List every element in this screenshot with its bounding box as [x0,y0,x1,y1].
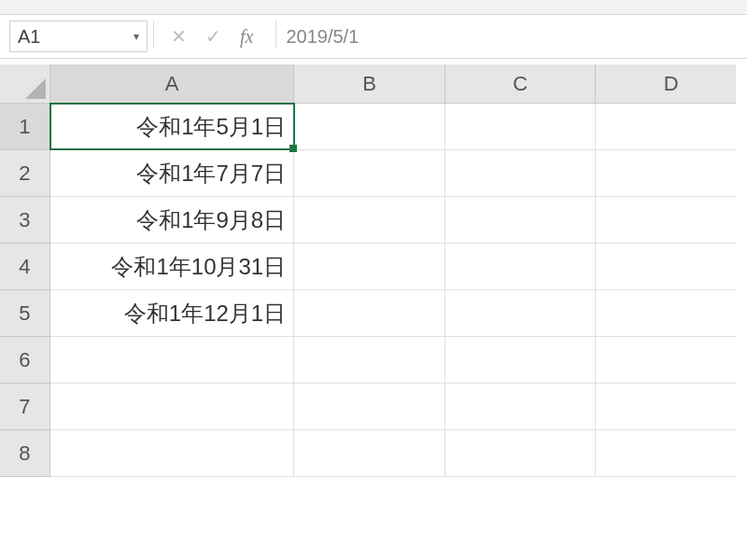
row-header-7[interactable]: 7 [0,384,50,430]
column-headers: ABCD [50,64,747,104]
cell-B1[interactable] [294,104,445,150]
cell-A2[interactable]: 令和1年7月7日 [50,150,294,197]
name-box[interactable]: A1 ▾ [9,21,148,52]
cell-D2[interactable] [596,150,747,197]
cancel-icon[interactable]: ✕ [171,25,187,48]
cell-A3[interactable]: 令和1年9月8日 [50,197,294,244]
row-header-3[interactable]: 3 [0,197,50,244]
row-header-8[interactable]: 8 [0,430,50,477]
row-header-2[interactable]: 2 [0,150,50,197]
column-header-C[interactable]: C [445,64,597,104]
column-header-A[interactable]: A [50,64,294,104]
cell-C5[interactable] [445,290,597,337]
cell-D6[interactable] [596,337,747,384]
row: 8 [0,430,747,477]
cell-C4[interactable] [445,244,597,290]
cell-D1[interactable] [596,104,747,150]
rows-container: 1令和1年5月1日2令和1年7月7日3令和1年9月8日4令和1年10月31日5令… [0,104,747,477]
cell-B5[interactable] [294,290,445,337]
cell-C8[interactable] [445,430,597,477]
cell-D3[interactable] [596,197,747,244]
row-header-4[interactable]: 4 [0,244,50,290]
column-header-D[interactable]: D [596,64,747,104]
cell-C3[interactable] [445,197,597,244]
row-header-6[interactable]: 6 [0,337,50,384]
cell-B8[interactable] [294,430,445,477]
row: 5令和1年12月1日 [0,290,747,337]
row: 2令和1年7月7日 [0,150,747,197]
cell-B3[interactable] [294,197,445,244]
chevron-down-icon[interactable]: ▾ [134,30,139,43]
cell-D4[interactable] [596,244,747,290]
ribbon-strip [0,0,747,15]
cell-C1[interactable] [445,104,597,150]
formula-input[interactable] [276,21,738,52]
cell-D8[interactable] [596,430,747,477]
cell-D5[interactable] [596,290,747,337]
row: 6 [0,337,747,384]
cell-B4[interactable] [294,244,445,290]
cell-A5[interactable]: 令和1年12月1日 [50,290,294,337]
name-box-ref: A1 [18,26,40,48]
row: 3令和1年9月8日 [0,197,747,244]
row-header-1[interactable]: 1 [0,104,50,150]
cell-A7[interactable] [50,384,294,430]
cell-C2[interactable] [445,150,597,197]
cell-B7[interactable] [294,384,445,430]
worksheet[interactable]: ABCD 1令和1年5月1日2令和1年7月7日3令和1年9月8日4令和1年10月… [0,64,747,477]
cell-A4[interactable]: 令和1年10月31日 [50,244,294,290]
cell-B2[interactable] [294,150,445,197]
fx-icon[interactable]: fx [240,26,253,48]
formula-bar-controls: ✕ ✓ fx [154,21,270,52]
row: 1令和1年5月1日 [0,104,747,150]
cell-A8[interactable] [50,430,294,477]
select-all-corner[interactable] [0,64,50,104]
confirm-icon[interactable]: ✓ [205,25,221,48]
row-header-5[interactable]: 5 [0,290,50,337]
cell-A6[interactable] [50,337,294,384]
cell-C7[interactable] [445,384,597,430]
cell-C6[interactable] [445,337,597,384]
column-header-B[interactable]: B [294,64,445,104]
right-fade [736,64,747,477]
formula-bar-row: A1 ▾ ✕ ✓ fx [0,15,747,58]
cell-D7[interactable] [596,384,747,430]
cell-A1[interactable]: 令和1年5月1日 [50,104,294,150]
cell-B6[interactable] [294,337,445,384]
row: 7 [0,384,747,430]
row: 4令和1年10月31日 [0,244,747,290]
